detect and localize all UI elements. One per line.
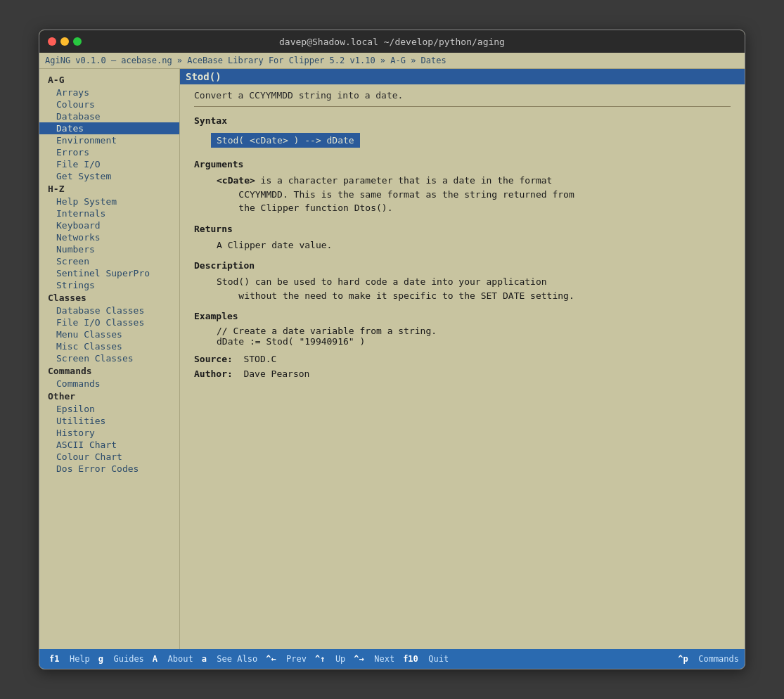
status-key-next: ^→ bbox=[354, 654, 364, 664]
arguments-heading: Arguments bbox=[194, 159, 731, 169]
sidebar-item-errors[interactable]: Errors bbox=[39, 146, 179, 158]
returns-heading: Returns bbox=[194, 224, 731, 234]
sidebar-item-fioclasses[interactable]: File I/O Classes bbox=[39, 316, 179, 328]
status-key-quit: f10 bbox=[403, 654, 418, 664]
sidebar-category-hz: H-Z bbox=[39, 182, 179, 195]
divider bbox=[194, 106, 731, 107]
main-content: A-G Arrays Colours Database Dates Enviro… bbox=[39, 69, 745, 649]
status-key-f1: f1 bbox=[49, 654, 59, 664]
example-line1: // Create a date variable from a string. bbox=[217, 326, 731, 336]
sidebar-item-networks[interactable]: Networks bbox=[39, 231, 179, 243]
sidebar-item-screen[interactable]: Screen bbox=[39, 255, 179, 267]
sidebar-item-keyboard[interactable]: Keyboard bbox=[39, 219, 179, 231]
status-seealso[interactable]: a See Also bbox=[198, 654, 262, 664]
status-a[interactable]: A About bbox=[148, 654, 198, 664]
status-label-next: Next bbox=[374, 654, 394, 664]
syntax-heading: Syntax bbox=[194, 115, 731, 126]
status-label-prev: Prev bbox=[286, 654, 307, 664]
sidebar-item-helpsystem[interactable]: Help System bbox=[39, 195, 179, 207]
status-key-up: ^↑ bbox=[315, 654, 325, 664]
breadcrumb: AgiNG v0.1.0 — acebase.ng » AceBase Libr… bbox=[39, 53, 745, 69]
sidebar-item-database[interactable]: Database bbox=[39, 110, 179, 122]
author-line: Author: Dave Pearson bbox=[194, 368, 731, 379]
sidebar-item-utilities[interactable]: Utilities bbox=[39, 415, 179, 427]
source-line: Source: STOD.C bbox=[194, 354, 731, 364]
sidebar-item-epsilon[interactable]: Epsilon bbox=[39, 403, 179, 415]
status-label-up: Up bbox=[335, 654, 345, 664]
sidebar-item-internals[interactable]: Internals bbox=[39, 207, 179, 219]
sidebar-item-doserror[interactable]: Dos Error Codes bbox=[39, 463, 179, 475]
description-text: Stod() can be used to hard code a date i… bbox=[217, 275, 731, 302]
examples-heading: Examples bbox=[194, 311, 731, 321]
sidebar-item-numbers[interactable]: Numbers bbox=[39, 243, 179, 255]
sidebar-item-commands[interactable]: Commands bbox=[39, 378, 179, 390]
status-prev[interactable]: ^← Prev bbox=[262, 654, 311, 664]
status-key-prev: ^← bbox=[266, 654, 276, 664]
description-heading: Description bbox=[194, 260, 731, 271]
sidebar-item-dates[interactable]: Dates bbox=[39, 122, 179, 134]
traffic-lights bbox=[48, 37, 82, 46]
sidebar-item-sentinel[interactable]: Sentinel SuperPro bbox=[39, 267, 179, 279]
sidebar-category-other: Other bbox=[39, 390, 179, 403]
sidebar-item-history[interactable]: History bbox=[39, 427, 179, 439]
sidebar-item-arrays[interactable]: Arrays bbox=[39, 86, 179, 98]
syntax-code: Stod( <cDate> ) --> dDate bbox=[211, 133, 360, 148]
sidebar-item-environment[interactable]: Environment bbox=[39, 134, 179, 146]
sidebar-item-dbclasses[interactable]: Database Classes bbox=[39, 304, 179, 316]
returns-text: A Clipper date value. bbox=[217, 238, 731, 252]
sidebar-category-commands: Commands bbox=[39, 364, 179, 378]
minimize-button[interactable] bbox=[60, 37, 69, 46]
status-up[interactable]: ^↑ Up bbox=[311, 654, 349, 664]
status-label-commands: Commands bbox=[698, 654, 739, 664]
sidebar-item-miscclasses[interactable]: Misc Classes bbox=[39, 340, 179, 352]
sidebar-item-colourchart[interactable]: Colour Chart bbox=[39, 451, 179, 463]
status-key-g: g bbox=[98, 654, 103, 664]
status-quit[interactable]: f10 Quit bbox=[399, 654, 453, 664]
status-key-seealso: a bbox=[202, 654, 207, 664]
sidebar-item-asciichart[interactable]: ASCII Chart bbox=[39, 439, 179, 451]
window-title: davep@Shadow.local ~/develop/python/agin… bbox=[279, 37, 505, 47]
sidebar-item-strings[interactable]: Strings bbox=[39, 279, 179, 291]
sidebar-item-menuclasses[interactable]: Menu Classes bbox=[39, 328, 179, 340]
author-value: Dave Pearson bbox=[243, 368, 309, 379]
arguments-text: <cDate> is a character parameter that is… bbox=[217, 174, 731, 215]
main-window: davep@Shadow.local ~/develop/python/agin… bbox=[39, 30, 745, 669]
status-label-help: Help bbox=[70, 654, 90, 664]
status-items-left: f1 Help g Guides A About a See Also ^← P… bbox=[45, 654, 453, 664]
status-right[interactable]: ^p Commands bbox=[678, 654, 739, 664]
sidebar-item-getsystem[interactable]: Get System bbox=[39, 170, 179, 182]
sidebar-category-ag: A-G bbox=[39, 73, 179, 86]
source-label: Source: bbox=[194, 354, 233, 364]
sidebar: A-G Arrays Colours Database Dates Enviro… bbox=[39, 69, 180, 649]
sidebar-item-screenclasses[interactable]: Screen Classes bbox=[39, 352, 179, 364]
status-key-right: ^p bbox=[678, 654, 688, 664]
status-label-about: About bbox=[168, 654, 193, 664]
content-subtitle: Convert a CCYYMMDD string into a date. bbox=[194, 90, 731, 101]
status-label-seealso: See Also bbox=[217, 654, 257, 664]
status-bar: f1 Help g Guides A About a See Also ^← P… bbox=[39, 649, 745, 669]
source-value: STOD.C bbox=[243, 354, 276, 364]
close-button[interactable] bbox=[48, 37, 56, 46]
sidebar-item-fileio[interactable]: File I/O bbox=[39, 158, 179, 170]
maximize-button[interactable] bbox=[73, 37, 82, 46]
status-g[interactable]: g Guides bbox=[94, 654, 148, 664]
sidebar-item-colours[interactable]: Colours bbox=[39, 98, 179, 110]
content-area: Stod() Convert a CCYYMMDD string into a … bbox=[180, 69, 745, 649]
author-label: Author: bbox=[194, 368, 233, 379]
content-title: Stod() bbox=[180, 69, 745, 84]
titlebar: davep@Shadow.local ~/develop/python/agin… bbox=[39, 30, 745, 53]
status-label-quit: Quit bbox=[428, 654, 449, 664]
status-label-guides: Guides bbox=[114, 654, 144, 664]
status-f1[interactable]: f1 Help bbox=[45, 654, 94, 664]
example-line2: dDate := Stod( "19940916" ) bbox=[217, 336, 731, 347]
status-next[interactable]: ^→ Next bbox=[349, 654, 399, 664]
sidebar-category-classes: Classes bbox=[39, 291, 179, 304]
status-key-a: A bbox=[153, 654, 158, 664]
